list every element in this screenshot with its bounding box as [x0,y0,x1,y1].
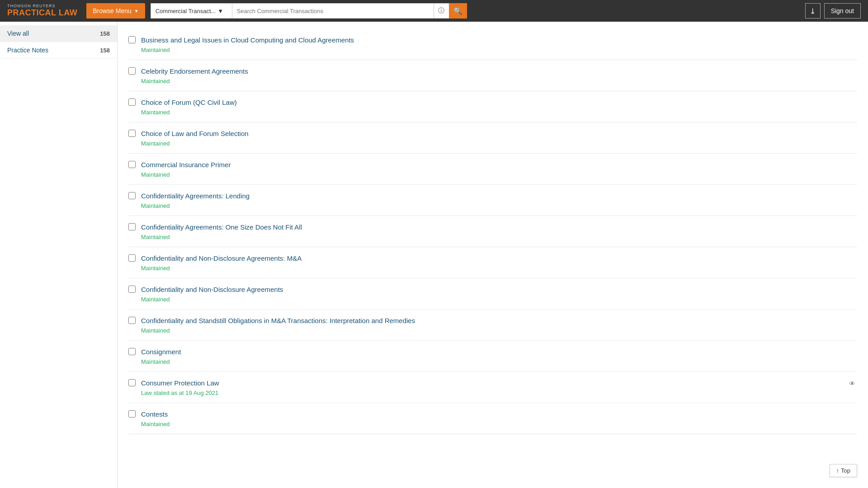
signout-button[interactable]: Sign out [824,3,861,19]
result-status: Maintained [141,327,170,334]
chevron-down-icon: ▼ [134,9,139,14]
list-item: Confidentiality Agreements: Lending Main… [128,185,857,216]
search-input[interactable] [232,3,434,19]
result-title[interactable]: Celebrity Endorsement Agreements [141,66,857,76]
sidebar-item-practice-notes-label: Practice Notes [7,47,48,54]
result-checkbox[interactable] [128,410,136,418]
result-content: Confidentiality Agreements: One Size Doe… [141,222,857,240]
result-content: Confidentiality and Standstill Obligatio… [141,316,857,334]
result-status: Maintained [141,421,170,427]
result-checkbox[interactable] [128,254,136,262]
result-checkbox[interactable] [128,192,136,199]
result-status: Maintained [141,265,170,272]
result-content: Confidentiality and Non-Disclosure Agree… [141,253,857,272]
sidebar-item-view-all-count: 158 [100,30,110,37]
list-item: Choice of Forum (QC Civil Law) Maintaine… [128,91,857,122]
list-item: Confidentiality Agreements: One Size Doe… [128,216,857,247]
sidebar-item-view-all[interactable]: View all 158 [0,25,117,42]
result-checkbox[interactable] [128,99,136,106]
result-checkbox[interactable] [128,286,136,293]
result-content: Commercial Insurance Primer Maintained [141,160,857,178]
arrow-up-icon: ↑ [836,467,840,474]
result-content: Choice of Forum (QC Civil Law) Maintaine… [141,98,857,116]
layout: View all 158 Practice Notes 158 Business… [0,22,868,488]
result-checkbox[interactable] [128,67,136,75]
result-title[interactable]: Confidentiality and Standstill Obligatio… [141,316,857,325]
result-title[interactable]: Commercial Insurance Primer [141,160,857,169]
list-item: Confidentiality and Non-Disclosure Agree… [128,278,857,310]
result-content: Celebrity Endorsement Agreements Maintai… [141,66,857,84]
result-status: Maintained [141,234,170,240]
result-content: Confidentiality Agreements: Lending Main… [141,191,857,209]
result-content: Consumer Protection Law Law stated as at… [141,378,842,396]
header: THOMSON REUTERS PRACTICAL LAW Browse Men… [0,0,868,22]
result-status: Maintained [141,202,170,209]
browse-menu-button[interactable]: Browse Menu ▼ [86,3,145,19]
header-right: ⤓ Sign out [805,3,861,19]
result-checkbox[interactable] [128,223,136,230]
result-status: Maintained [141,109,170,116]
result-title[interactable]: Consignment [141,347,857,357]
search-area: Commercial Transact... ▼ ⓘ 🔍 [151,3,467,19]
logo-bottom-text: PRACTICAL LAW [7,9,77,18]
result-status: Maintained [141,358,170,365]
result-status: Maintained [141,296,170,303]
results-list: Business and Legal Issues in Cloud Compu… [128,29,857,434]
top-button[interactable]: ↑ Top [830,464,857,477]
result-status: Maintained [141,47,170,53]
result-actions: 👁 [847,379,857,388]
result-checkbox[interactable] [128,36,136,43]
result-title[interactable]: Confidentiality Agreements: Lending [141,191,857,201]
list-item: Commercial Insurance Primer Maintained [128,154,857,185]
list-item: Celebrity Endorsement Agreements Maintai… [128,60,857,91]
list-item: Contests Maintained [128,403,857,434]
result-checkbox[interactable] [128,348,136,355]
search-button[interactable]: 🔍 [449,3,467,19]
signout-label: Sign out [831,7,854,14]
list-item: Business and Legal Issues in Cloud Compu… [128,29,857,60]
logo: THOMSON REUTERS PRACTICAL LAW [7,4,77,18]
browse-menu-label: Browse Menu [93,7,132,14]
bookmark-button[interactable]: ⤓ [805,3,821,19]
result-status: Maintained [141,78,170,84]
view-icon[interactable]: 👁 [847,379,857,388]
list-item: Confidentiality and Non-Disclosure Agree… [128,247,857,278]
result-checkbox[interactable] [128,317,136,324]
result-title[interactable]: Business and Legal Issues in Cloud Compu… [141,35,857,45]
sidebar-item-practice-notes-count: 158 [100,47,110,54]
bookmark-icon: ⤓ [810,7,816,15]
sidebar-item-view-all-label: View all [7,30,29,37]
result-title[interactable]: Confidentiality Agreements: One Size Doe… [141,222,857,232]
result-status: Maintained [141,171,170,178]
sidebar-item-practice-notes[interactable]: Practice Notes 158 [0,42,117,59]
search-scope-dropdown[interactable]: Commercial Transact... ▼ [151,3,232,19]
result-checkbox[interactable] [128,130,136,137]
result-content: Confidentiality and Non-Disclosure Agree… [141,285,857,303]
result-title[interactable]: Choice of Forum (QC Civil Law) [141,98,857,107]
top-button-label: Top [841,467,850,474]
result-title[interactable]: Contests [141,409,857,419]
search-icon: 🔍 [453,7,462,15]
result-status: Law stated as at 19 Aug 2021 [141,389,218,396]
result-title[interactable]: Confidentiality and Non-Disclosure Agree… [141,285,857,294]
sidebar: View all 158 Practice Notes 158 [0,22,118,488]
result-content: Business and Legal Issues in Cloud Compu… [141,35,857,53]
search-info-button[interactable]: ⓘ [434,3,449,19]
info-icon: ⓘ [438,7,444,15]
result-title[interactable]: Confidentiality and Non-Disclosure Agree… [141,253,857,263]
list-item: Choice of Law and Forum Selection Mainta… [128,122,857,154]
search-scope-label: Commercial Transact... [156,8,216,14]
list-item: Confidentiality and Standstill Obligatio… [128,310,857,341]
result-checkbox[interactable] [128,379,136,386]
result-content: Choice of Law and Forum Selection Mainta… [141,129,857,147]
list-item: Consignment Maintained [128,341,857,372]
result-content: Consignment Maintained [141,347,857,365]
result-content: Contests Maintained [141,409,857,427]
result-checkbox[interactable] [128,161,136,168]
chevron-down-icon: ▼ [217,8,223,14]
result-title[interactable]: Consumer Protection Law [141,378,842,388]
main-content: Business and Legal Issues in Cloud Compu… [118,22,868,488]
list-item: Consumer Protection Law Law stated as at… [128,372,857,403]
result-status: Maintained [141,140,170,147]
result-title[interactable]: Choice of Law and Forum Selection [141,129,857,138]
